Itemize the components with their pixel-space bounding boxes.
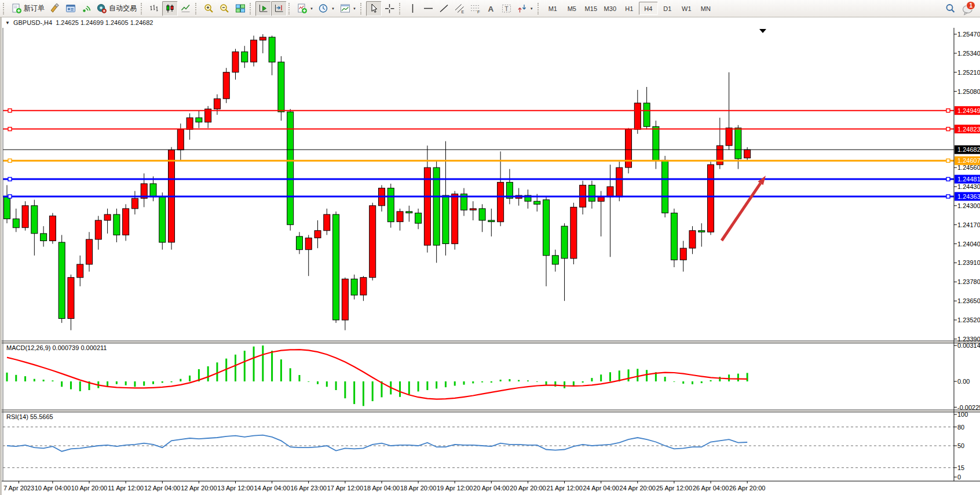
zoom-out-button[interactable] — [217, 1, 232, 16]
collapse-icon[interactable]: ▼ — [5, 20, 10, 26]
cursor-icon — [368, 3, 379, 14]
timeframe-h1-button[interactable]: H1 — [620, 2, 639, 15]
profiles-icon — [65, 3, 76, 14]
styler-icon — [49, 3, 60, 14]
trendline-button[interactable] — [436, 1, 452, 16]
new-order-button[interactable]: 新订单 — [9, 1, 47, 16]
zoom-in-button[interactable] — [201, 1, 217, 16]
line-handle[interactable] — [946, 195, 950, 198]
line-handle[interactable] — [946, 128, 950, 131]
crosshair-button[interactable] — [382, 1, 397, 16]
svg-text:1.24430: 1.24430 — [957, 183, 980, 190]
auto-trading-button[interactable]: 自动交易 — [94, 1, 139, 16]
candlestick-chart-button[interactable] — [162, 1, 178, 16]
svg-text:T: T — [504, 5, 509, 12]
svg-text:1.24170: 1.24170 — [957, 221, 980, 228]
svg-text:19 Apr 12:00: 19 Apr 12:00 — [437, 485, 473, 492]
zoom-in-icon — [203, 3, 214, 14]
horizontal-line-icon — [423, 3, 434, 14]
fibonacci-button[interactable]: F — [467, 1, 483, 16]
text-button[interactable]: A — [483, 1, 499, 16]
svg-text:80: 80 — [957, 424, 964, 431]
line-handle[interactable] — [946, 109, 950, 112]
line-chart-button[interactable] — [178, 1, 193, 16]
templates-icon — [339, 3, 350, 14]
svg-text:26 Apr 04:00: 26 Apr 04:00 — [693, 485, 729, 492]
auto-scroll-icon — [258, 3, 269, 14]
svg-text:20 Apr 04:00: 20 Apr 04:00 — [473, 485, 509, 492]
timeframe-h4-button[interactable]: H4 — [639, 2, 658, 15]
svg-text:F: F — [477, 9, 480, 14]
toolbar-grip — [399, 3, 403, 14]
timeframe-mn-button[interactable]: MN — [696, 2, 715, 15]
chart-canvas[interactable]: MACD(12,26,9) 0.000739 0.000211RSI(14) 5… — [2, 28, 980, 495]
line-handle[interactable] — [8, 159, 12, 162]
timeframe-m1-button[interactable]: M1 — [543, 2, 562, 15]
vertical-line-button[interactable] — [405, 1, 420, 16]
svg-text:100: 100 — [957, 411, 968, 418]
cursor-button[interactable] — [366, 1, 382, 16]
svg-text:1.23520: 1.23520 — [957, 316, 980, 323]
timeframe-m30-button[interactable]: M30 — [601, 2, 620, 15]
profiles-button[interactable] — [63, 1, 78, 16]
tile-windows-button[interactable] — [232, 1, 248, 16]
arrows-button[interactable]: ▼ — [514, 1, 536, 16]
price-tag: 1.24481 — [955, 175, 980, 184]
line-chart-icon — [180, 3, 191, 14]
timeframe-w1-button[interactable]: W1 — [677, 2, 696, 15]
svg-text:21 Apr 12:00: 21 Apr 12:00 — [546, 485, 582, 492]
text-label-button[interactable]: T — [499, 1, 514, 16]
bar-chart-icon — [149, 3, 160, 14]
toolbar: 新订单自动交易▼▼▼EFAT▼M1M5M15M30H1H4D1W1MN1 — [0, 0, 980, 17]
periods-icon — [318, 3, 329, 14]
svg-text:1.24682: 1.24682 — [957, 146, 980, 153]
signals-button[interactable] — [78, 1, 94, 16]
candlestick-chart-icon — [164, 3, 175, 14]
svg-text:1.25210: 1.25210 — [957, 69, 980, 76]
line-handle[interactable] — [946, 177, 950, 181]
svg-text:24 Apr 20:00: 24 Apr 20:00 — [620, 485, 656, 492]
chart-shift-button[interactable] — [271, 1, 287, 16]
line-handle[interactable] — [8, 109, 12, 112]
timeframe-d1-button[interactable]: D1 — [658, 2, 677, 15]
svg-text:17 Apr 12:00: 17 Apr 12:00 — [327, 485, 363, 492]
periods-button[interactable]: ▼ — [316, 1, 337, 16]
horizontal-line-button[interactable] — [420, 1, 436, 16]
templates-button[interactable]: ▼ — [337, 1, 359, 16]
equidistant-channel-button[interactable]: E — [452, 1, 467, 16]
svg-text:25 Apr 12:00: 25 Apr 12:00 — [656, 485, 692, 492]
timeframe-m15-button[interactable]: M15 — [582, 2, 601, 15]
svg-text:50: 50 — [957, 442, 964, 449]
line-handle[interactable] — [8, 128, 12, 131]
price-tag: 1.24823 — [955, 125, 980, 133]
line-handle[interactable] — [8, 195, 12, 198]
rsi-label: RSI(14) 55.5665 — [6, 413, 53, 420]
svg-text:15: 15 — [957, 464, 964, 471]
line-handle[interactable] — [946, 159, 950, 162]
svg-text:1.24040: 1.24040 — [957, 241, 980, 248]
notifications-button[interactable]: 1 — [961, 3, 974, 14]
line-handle[interactable] — [8, 177, 12, 181]
dropdown-caret-icon: ▼ — [310, 7, 313, 10]
styler-button[interactable] — [47, 1, 63, 16]
svg-text:10 Apr 04:00: 10 Apr 04:00 — [35, 485, 71, 492]
dropdown-caret-icon: ▼ — [331, 7, 335, 10]
svg-text:16 Apr 23:00: 16 Apr 23:00 — [291, 485, 327, 492]
svg-text:12 Apr 20:00: 12 Apr 20:00 — [181, 485, 217, 492]
chart-symbol-period: GBPUSD-,H4 — [13, 19, 52, 26]
bar-chart-button[interactable] — [147, 1, 162, 16]
svg-text:1.24300: 1.24300 — [957, 202, 980, 209]
svg-text:26 Apr 20:00: 26 Apr 20:00 — [729, 485, 765, 492]
indicators-button[interactable]: ▼ — [294, 1, 316, 16]
svg-text:0.00: 0.00 — [957, 378, 970, 385]
vertical-line-icon — [407, 3, 418, 14]
svg-text:1.24363: 1.24363 — [957, 193, 980, 200]
dropdown-caret-icon: ▼ — [353, 7, 356, 10]
auto-scroll-button[interactable] — [255, 1, 271, 16]
arrows-icon — [517, 3, 528, 14]
price-tag: 1.24682 — [955, 145, 980, 154]
search-button[interactable] — [942, 1, 958, 16]
timeframe-m5-button[interactable]: M5 — [562, 2, 582, 15]
svg-text:1.24949: 1.24949 — [957, 107, 980, 114]
text-icon: A — [485, 3, 496, 14]
